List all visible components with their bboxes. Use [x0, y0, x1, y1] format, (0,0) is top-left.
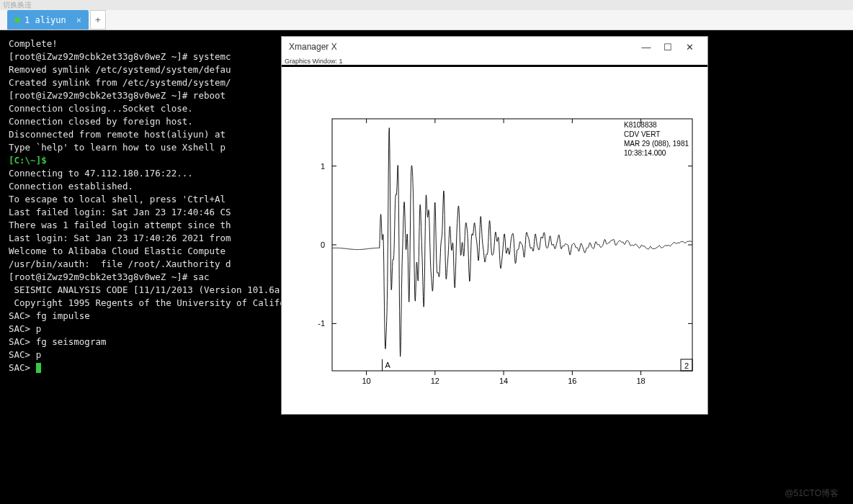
maximize-button[interactable]: ☐: [657, 39, 679, 55]
new-tab-button[interactable]: +: [90, 10, 106, 30]
svg-text:18: 18: [636, 377, 645, 385]
svg-text:14: 14: [499, 377, 508, 385]
svg-text:10: 10: [362, 377, 370, 385]
tab-label: 1 aliyun: [24, 15, 66, 25]
close-button[interactable]: ✕: [679, 39, 700, 55]
svg-text:CDV   VERT: CDV VERT: [624, 130, 660, 138]
window-titlebar[interactable]: Xmanager X — ☐ ✕: [282, 37, 707, 58]
svg-text:K8108838: K8108838: [624, 121, 657, 129]
svg-text:10:38:14.000: 10:38:14.000: [624, 149, 666, 157]
top-strip: 切换换连: [0, 0, 853, 10]
svg-text:-1: -1: [318, 319, 325, 328]
tab-aliyun[interactable]: 1 aliyun ×: [7, 10, 89, 30]
close-icon[interactable]: ×: [76, 15, 81, 25]
minimize-button[interactable]: —: [635, 39, 657, 55]
status-dot-icon: [14, 17, 20, 23]
window-subtitle: Graphics Window: 1: [282, 58, 707, 67]
xmanager-window[interactable]: Xmanager X — ☐ ✕ Graphics Window: 1 1012…: [281, 36, 708, 415]
svg-text:2: 2: [684, 361, 689, 370]
svg-text:1: 1: [321, 162, 325, 171]
plot-area: 1012141618-101A2K8108838CDV VERTMAR 29 (…: [282, 67, 707, 414]
svg-text:12: 12: [431, 377, 439, 385]
svg-text:A: A: [385, 361, 391, 369]
window-title: Xmanager X: [289, 42, 635, 52]
svg-text:16: 16: [568, 377, 576, 385]
svg-text:MAR 29 (088), 1981: MAR 29 (088), 1981: [624, 140, 689, 148]
watermark: @51CTO博客: [785, 487, 839, 500]
tab-bar: 1 aliyun × +: [0, 10, 853, 30]
svg-text:0: 0: [321, 240, 325, 249]
